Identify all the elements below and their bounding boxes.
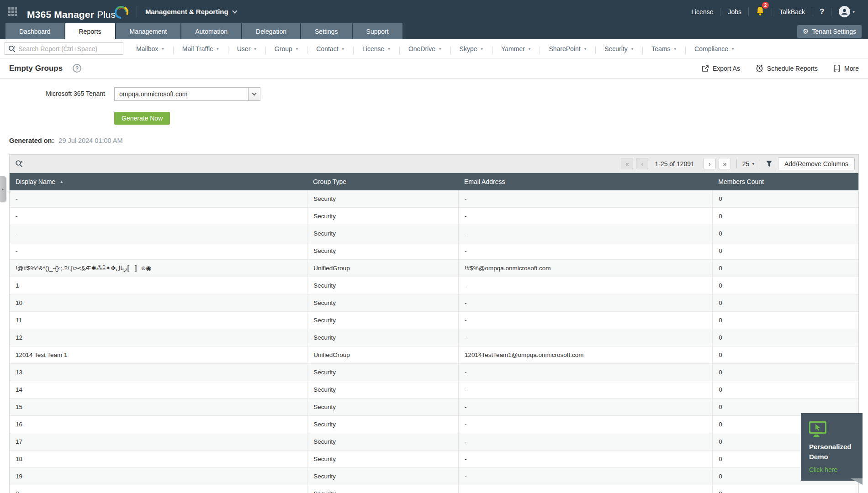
- table-row[interactable]: 19 Security - 0: [10, 468, 858, 485]
- tab-support[interactable]: Support: [353, 23, 402, 39]
- schedule-reports-button[interactable]: Schedule Reports: [756, 64, 818, 72]
- cell-display-name: !@#$%^&*()_-{}:;.?/,|\><§Æ✱⁂⁑✦✥ريال〚 〛⊕◉: [10, 260, 307, 277]
- cell-group-type: Security: [307, 294, 458, 311]
- report-category-menu[interactable]: Mail Traffic ▾: [173, 45, 228, 52]
- more-button[interactable]: More: [833, 65, 859, 72]
- cell-members-count: 0: [712, 225, 858, 242]
- table-row[interactable]: 18 Security - 0: [10, 451, 858, 468]
- cell-email-address: -: [458, 451, 712, 467]
- cell-group-type: Security: [307, 416, 458, 433]
- notifications-button[interactable]: 2: [749, 6, 772, 18]
- page-title: Empty Groups: [9, 64, 63, 73]
- cell-members-count: 0: [712, 381, 858, 398]
- report-category-menu[interactable]: Yammer ▾: [492, 45, 540, 52]
- table-row[interactable]: 11 Security - 0: [10, 312, 858, 329]
- prev-page-button[interactable]: ‹: [636, 158, 648, 169]
- license-link[interactable]: License: [684, 7, 720, 17]
- top-header: M365 Manager Plus Management & Reporting…: [0, 0, 868, 23]
- cell-group-type: Security: [307, 277, 458, 294]
- table-row[interactable]: 15 Security - 0: [10, 399, 858, 416]
- report-category-menu[interactable]: License ▾: [353, 45, 399, 52]
- user-menu[interactable]: ▾: [831, 7, 862, 17]
- cell-members-count: 0: [712, 485, 858, 493]
- next-page-button[interactable]: ›: [704, 158, 716, 169]
- cell-email-address: -: [458, 416, 712, 433]
- app-launcher-icon[interactable]: [8, 7, 17, 16]
- table-row[interactable]: - Security - 0: [10, 225, 858, 242]
- tenant-select[interactable]: ompqa.onmicrosoft.com: [114, 87, 260, 101]
- demo-widget-tail: [851, 478, 863, 485]
- table-row[interactable]: - Security - 0: [10, 242, 858, 260]
- report-search[interactable]: [5, 42, 123, 55]
- demo-monitor-icon: [809, 421, 826, 434]
- column-header-group-type[interactable]: Group Type: [307, 178, 458, 185]
- cell-display-name: -: [10, 225, 307, 242]
- table-row[interactable]: - Security - 0: [10, 208, 858, 225]
- cell-members-count: 0: [712, 294, 858, 311]
- cell-group-type: Security: [307, 208, 458, 225]
- cell-group-type: Security: [307, 433, 458, 450]
- tab-management[interactable]: Management: [116, 23, 181, 39]
- demo-click-here-link[interactable]: Click here: [809, 466, 863, 473]
- column-header-email-address[interactable]: Email Address: [458, 178, 712, 185]
- report-search-input[interactable]: [18, 45, 123, 52]
- export-as-button[interactable]: Export As: [702, 65, 740, 72]
- talkback-link[interactable]: TalkBack: [772, 7, 812, 17]
- table-row[interactable]: 2 Security - 0: [10, 485, 858, 493]
- page-size-select[interactable]: 25 ▾: [742, 160, 754, 168]
- report-category-menu[interactable]: Contact ▾: [307, 45, 353, 52]
- report-category-menu[interactable]: Security ▾: [595, 45, 642, 52]
- table-row[interactable]: 16 Security - 0: [10, 416, 858, 433]
- add-remove-columns-button[interactable]: Add/Remove Columns: [778, 157, 855, 170]
- help-icon[interactable]: ?: [73, 64, 81, 73]
- report-category-menu[interactable]: SharePoint ▾: [540, 45, 595, 52]
- report-category-menus: Mailbox ▾ Mail Traffic ▾ User ▾ Group ▾: [127, 45, 743, 52]
- report-category-menu[interactable]: Teams ▾: [642, 45, 685, 52]
- first-page-button[interactable]: «: [621, 158, 633, 169]
- cell-email-address: -: [458, 433, 712, 450]
- tab-delegation[interactable]: Delegation: [242, 23, 300, 39]
- table-row[interactable]: 12014 Test Team 1 UnifiedGroup 12014Test…: [10, 346, 858, 364]
- context-switcher[interactable]: Management & Reporting: [145, 8, 237, 16]
- gear-icon: ⚙: [803, 27, 809, 36]
- generate-now-button[interactable]: Generate Now: [114, 112, 170, 125]
- chevron-down-icon: ▾: [584, 47, 587, 51]
- tenant-settings-button[interactable]: ⚙ Tenant Settings: [797, 25, 862, 38]
- tenant-selected-value: ompqa.onmicrosoft.com: [115, 90, 248, 98]
- report-category-menu[interactable]: OneDrive ▾: [399, 45, 450, 52]
- table-row[interactable]: 17 Security - 0: [10, 433, 858, 451]
- table-row[interactable]: 12 Security - 0: [10, 329, 858, 346]
- tenant-label: Microsoft 365 Tenant: [9, 90, 105, 97]
- column-header-display-name[interactable]: Display Name ▲: [10, 178, 307, 185]
- alarm-clock-icon: [756, 64, 763, 72]
- last-page-button[interactable]: »: [719, 158, 731, 169]
- table-row[interactable]: 1 Security - 0: [10, 277, 858, 294]
- tab-dashboard[interactable]: Dashboard: [5, 23, 64, 39]
- side-panel-toggle[interactable]: ▸: [0, 176, 6, 202]
- jobs-link[interactable]: Jobs: [720, 7, 748, 17]
- table-row[interactable]: !@#$%^&*()_-{}:;.?/,|\><§Æ✱⁂⁑✦✥ريال〚 〛⊕◉…: [10, 260, 858, 277]
- table-search-button[interactable]: [15, 160, 23, 168]
- personalized-demo-widget[interactable]: Personalized Demo Click here: [801, 413, 863, 481]
- help-button[interactable]: ?: [812, 7, 831, 17]
- table-row[interactable]: 10 Security - 0: [10, 294, 858, 312]
- cell-group-type: Security: [307, 364, 458, 381]
- report-category-menu[interactable]: User ▾: [228, 45, 265, 52]
- column-header-members-count[interactable]: Members Count: [712, 178, 858, 185]
- report-category-menu[interactable]: Mailbox ▾: [127, 45, 173, 52]
- chevron-down-icon: [232, 8, 237, 13]
- table-row[interactable]: 13 Security - 0: [10, 364, 858, 381]
- report-category-menu[interactable]: Compliance ▾: [685, 45, 743, 52]
- tab-reports[interactable]: Reports: [65, 23, 115, 39]
- filter-button[interactable]: [766, 160, 773, 168]
- table-row[interactable]: - Security - 0: [10, 190, 858, 208]
- report-category-menu[interactable]: Group ▾: [265, 45, 307, 52]
- cell-group-type: UnifiedGroup: [307, 346, 458, 363]
- table-row[interactable]: 14 Security - 0: [10, 381, 858, 399]
- tab-settings[interactable]: Settings: [301, 23, 352, 39]
- dropdown-arrow-icon[interactable]: [248, 88, 260, 100]
- cell-members-count: 0: [712, 277, 858, 294]
- report-category-menu[interactable]: Skype ▾: [450, 45, 492, 52]
- cell-display-name: 16: [10, 416, 307, 433]
- tab-automation[interactable]: Automation: [181, 23, 241, 39]
